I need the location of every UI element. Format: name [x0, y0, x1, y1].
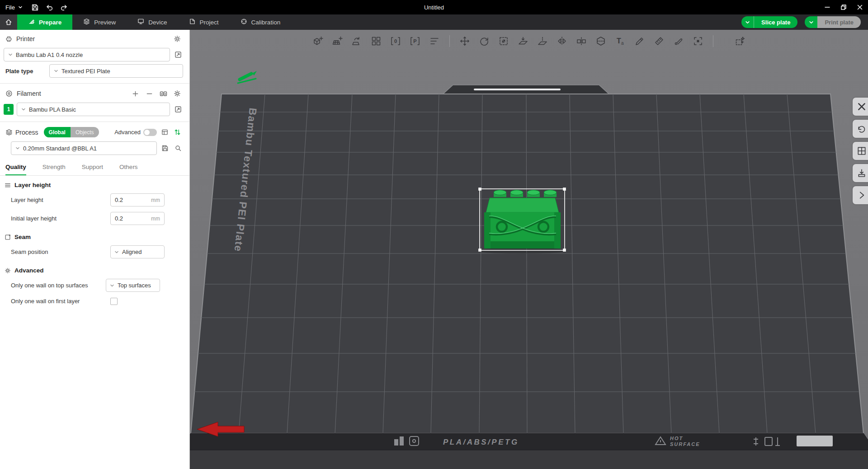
build-plate[interactable]: Bambu Textured PEI Plate: [191, 94, 863, 433]
plate-settings-icon[interactable]: [428, 34, 441, 48]
minimize-button[interactable]: [819, 0, 835, 14]
seam-painting-icon[interactable]: [672, 34, 685, 48]
lay-on-face-icon[interactable]: [516, 34, 530, 48]
clipped-expand-icon[interactable]: [853, 186, 868, 204]
text-tool-icon[interactable]: Ta: [613, 34, 627, 48]
viewport-3d[interactable]: 0 P Ta: [190, 30, 868, 469]
tab-preview[interactable]: Preview: [72, 14, 127, 30]
layer-height-label: Layer height: [11, 196, 110, 204]
tab-quality[interactable]: Quality: [5, 164, 26, 175]
remove-filament-icon[interactable]: [144, 89, 154, 98]
group-seam-title: Seam: [14, 234, 31, 240]
tab-support[interactable]: Support: [82, 164, 103, 175]
tab-others[interactable]: Others: [119, 164, 138, 175]
slice-plate-button[interactable]: Slice plate: [741, 16, 797, 28]
filament-spool-icon: [5, 90, 13, 97]
filament-section-title: Filament: [17, 90, 41, 97]
color-painting-icon[interactable]: [633, 34, 646, 48]
edit-printer-preset-icon[interactable]: [173, 50, 183, 60]
toolbar-separator: [713, 35, 713, 47]
chevron-down-icon: [114, 250, 119, 254]
print-plate-button[interactable]: Print plate: [805, 16, 861, 28]
advanced-mode-toggle[interactable]: [143, 129, 157, 136]
save-preset-icon[interactable]: [160, 143, 170, 153]
home-button[interactable]: [0, 14, 17, 30]
model-object[interactable]: [479, 188, 566, 254]
ams-mapping-icon[interactable]: [158, 89, 168, 98]
one-wall-top-value: Top surfaces: [118, 282, 151, 289]
clipped-auto-orient-icon[interactable]: [853, 120, 868, 138]
filament-preset-combo[interactable]: Bambu PLA Basic: [17, 103, 170, 116]
tab-device[interactable]: Device: [127, 14, 178, 30]
plate-name-icon[interactable]: P: [408, 34, 422, 48]
cut-icon[interactable]: [536, 34, 549, 48]
save-project-icon[interactable]: [28, 0, 42, 14]
add-plate-icon[interactable]: [330, 34, 344, 48]
split-to-objects-icon[interactable]: [575, 34, 588, 48]
plate-type-value: Textured PEI Plate: [61, 68, 110, 75]
edit-filament-preset-icon[interactable]: [173, 104, 183, 114]
calibration-icon: [241, 18, 247, 26]
tab-project[interactable]: Project: [178, 14, 230, 30]
parameter-table-icon[interactable]: [160, 127, 170, 137]
clipped-import-icon[interactable]: [853, 164, 868, 182]
process-compare-icon[interactable]: [172, 127, 182, 137]
one-wall-first-checkbox[interactable]: [110, 298, 118, 305]
add-filament-icon[interactable]: [130, 89, 140, 98]
mirror-icon[interactable]: [555, 34, 569, 48]
tab-strength[interactable]: Strength: [42, 164, 66, 175]
seam-position-label: Seam position: [11, 248, 110, 256]
tab-calibration[interactable]: Calibration: [230, 14, 292, 30]
measure-icon[interactable]: [652, 34, 666, 48]
initial-layer-height-input[interactable]: [115, 215, 149, 222]
window-title: Untitled: [424, 4, 444, 11]
svg-text:T: T: [617, 37, 621, 45]
build-plate-scene[interactable]: Bambu Textured PEI Plate PLA/ABS/PETG: [190, 30, 868, 469]
print-options-chevron-icon[interactable]: [805, 16, 817, 28]
tab-device-label: Device: [148, 19, 167, 26]
auto-orient-icon[interactable]: [350, 34, 363, 48]
print-plate-label: Print plate: [817, 16, 861, 28]
scale-icon[interactable]: [497, 34, 510, 48]
tab-project-label: Project: [200, 19, 219, 26]
filament-gear-icon[interactable]: [172, 89, 182, 98]
tab-prepare[interactable]: Prepare: [17, 14, 72, 30]
close-button[interactable]: [852, 0, 868, 14]
toolbar-separator: [449, 35, 450, 47]
initial-layer-height-unit: mm: [151, 216, 160, 222]
search-preset-icon[interactable]: [173, 143, 183, 153]
add-object-icon[interactable]: [311, 34, 325, 48]
printer-preset-combo[interactable]: Bambu Lab A1 0.4 nozzle: [4, 48, 170, 61]
process-preset-combo[interactable]: 0.20mm Standard @BBL A1: [11, 141, 157, 155]
variable-layer-height-icon[interactable]: [733, 34, 747, 48]
file-menu[interactable]: File: [0, 0, 28, 14]
scope-global-button[interactable]: Global: [44, 127, 71, 137]
chevron-down-icon: [8, 52, 13, 57]
slice-options-chevron-icon[interactable]: [741, 16, 754, 28]
layer-height-input[interactable]: [115, 197, 149, 203]
filament-slot-badge[interactable]: 1: [4, 104, 14, 115]
move-icon[interactable]: [458, 34, 472, 48]
bambu-studio-window: File Untitled Prepare Preview: [0, 0, 868, 469]
scope-objects-button[interactable]: Objects: [71, 127, 99, 137]
seam-position-dropdown[interactable]: Aligned: [110, 245, 165, 258]
plate-sketch-pencil-icon[interactable]: [238, 71, 257, 83]
split-to-parts-icon[interactable]: [594, 34, 608, 48]
plate-type-combo[interactable]: Textured PEI Plate: [49, 64, 183, 78]
undo-icon[interactable]: [42, 0, 57, 14]
tab-calibration-label: Calibration: [251, 19, 281, 26]
printer-gear-icon[interactable]: [172, 34, 182, 44]
settings-sidebar: Printer Bambu Lab A1 0.4 nozzle Plate ty…: [0, 30, 190, 469]
arrange-icon[interactable]: [369, 34, 383, 48]
printer-preset-row: Bambu Lab A1 0.4 nozzle: [0, 47, 189, 63]
plate-counter-icon[interactable]: 0: [389, 34, 402, 48]
one-wall-top-dropdown[interactable]: Top surfaces: [106, 279, 160, 292]
printer-preset-value: Bambu Lab A1 0.4 nozzle: [16, 52, 83, 58]
clipped-arrange-icon[interactable]: [853, 142, 868, 160]
skirt-material-text: PLA/ABS/PETG: [443, 438, 519, 446]
rotate-icon[interactable]: [477, 34, 491, 48]
maximize-button[interactable]: [835, 0, 852, 14]
assembly-view-icon[interactable]: [691, 34, 705, 48]
clipped-close-icon[interactable]: [853, 98, 868, 116]
redo-icon[interactable]: [57, 0, 71, 14]
